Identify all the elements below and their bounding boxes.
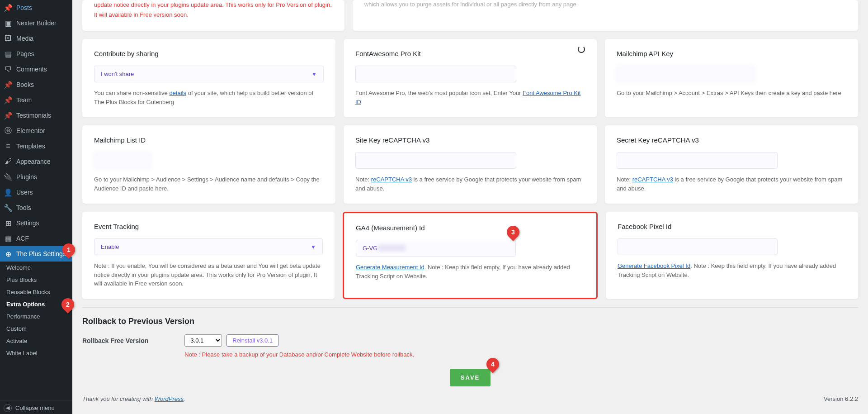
sidebar-item-comments[interactable]: 🗨Comments (0, 62, 72, 77)
sidebar-item-testimonials[interactable]: 📌Testimonials (0, 108, 72, 123)
partial-left-text: update notice directly in your plugins u… (94, 0, 333, 20)
rollback-note: Note : Please take a backup of your Data… (184, 351, 414, 358)
sidebar-item-media[interactable]: 🖾Media (0, 31, 72, 46)
sidebar-item-tools[interactable]: 🔧Tools (0, 200, 72, 215)
fbpixel-help: Generate Facebook Pixel Id. Note : Keep … (618, 262, 846, 279)
mailchimp-key-help: Go to your Mailchimp > Account > Extras … (617, 89, 846, 98)
card-recaptcha-site: Site Key reCAPTCHA v3 Note: reCAPTCHA v3… (344, 125, 597, 204)
sidebar-item-books[interactable]: 📌Books (0, 77, 72, 92)
generate-measurement-id-link[interactable]: Generate Measurement Id (356, 264, 425, 271)
sidebar-item-nexter[interactable]: ▣Nexter Builder (0, 15, 72, 31)
plus-settings-submenu: Welcome Plus Blocks Reusable Blocks Extr… (0, 262, 72, 359)
details-link[interactable]: details (169, 90, 186, 96)
sidebar-item-posts[interactable]: 📌Posts (0, 0, 72, 15)
mailchimp-list-title: Mailchimp List ID (94, 136, 324, 144)
chevron-down-icon: ▼ (311, 244, 316, 250)
recaptcha-v3-link-2[interactable]: reCAPTCHA v3 (632, 176, 673, 183)
card-ga4: 3 GA4 (Measurement) Id G-VG Generate Mea… (343, 212, 598, 299)
recaptcha-secret-input[interactable] (617, 152, 778, 169)
submenu-reusable-blocks[interactable]: Reusable Blocks (0, 286, 72, 298)
sidebar-item-acf[interactable]: ▦ACF (0, 231, 72, 246)
sidebar-item-team[interactable]: 📌Team (0, 92, 72, 108)
chevron-down-icon: ▼ (311, 71, 317, 77)
main-content: update notice directly in your plugins u… (72, 0, 868, 414)
recaptcha-secret-title: Secret Key reCAPTCHA v3 (617, 136, 846, 144)
mailchimp-key-input[interactable] (617, 66, 755, 82)
contribute-title: Contribute by sharing (94, 50, 324, 57)
rollback-row: Rollback Free Version 3.0.1 Reinstall v3… (82, 334, 858, 358)
recaptcha-v3-link[interactable]: reCAPTCHA v3 (371, 176, 412, 183)
card-fontawesome: FontAwesome Pro Kit Font Awesome Pro, th… (344, 39, 597, 117)
wrench-icon: 🔧 (4, 203, 13, 212)
submenu-extra-options[interactable]: Extra Options 2 (0, 298, 72, 310)
mailchimp-key-title: Mailchimp API Key (617, 50, 846, 57)
card-event-tracking: Event Tracking Enable ▼ Note : If you en… (82, 212, 335, 299)
reinstall-button[interactable]: Reinstall v3.0.1 (226, 334, 278, 347)
event-tracking-title: Event Tracking (94, 223, 323, 230)
sidebar-item-appearance[interactable]: 🖌Appearance (0, 154, 72, 169)
pin-icon: 📌 (4, 80, 13, 89)
recaptcha-site-title: Site Key reCAPTCHA v3 (355, 136, 585, 144)
wordpress-link[interactable]: WordPress (155, 395, 184, 402)
pin-icon: 📌 (4, 3, 13, 12)
rollback-section-title: Rollback to Previous Version (82, 317, 858, 326)
sidebar-item-plus-settings[interactable]: ⊕The Plus Settings 1 (0, 246, 72, 262)
sidebar-item-settings[interactable]: ⊞Settings (0, 215, 72, 231)
sidebar-item-templates[interactable]: ≡Templates (0, 138, 72, 154)
card-mailchimp-list: Mailchimp List ID Go to your Mailchimp >… (82, 125, 335, 204)
user-icon: 👤 (4, 188, 13, 197)
contribute-help: You can share non-sensitive details of y… (94, 89, 324, 106)
card-contribute: Contribute by sharing I won't share ▼ Yo… (82, 39, 335, 117)
fontawesome-help: Font Awesome Pro, the web's most popular… (355, 89, 585, 106)
recaptcha-secret-help: Note: reCAPTCHA v3 is a free service by … (617, 175, 846, 193)
sidebar-item-pages[interactable]: ▤Pages (0, 46, 72, 62)
comments-icon: 🗨 (4, 65, 13, 74)
fbpixel-title: Facebook Pixel Id (618, 223, 846, 230)
save-button[interactable]: SAVE (450, 369, 491, 386)
pages-icon: ▤ (4, 49, 13, 58)
submenu-white-label[interactable]: White Label (0, 347, 72, 359)
card-partial-right: which allows you to purge assets for ind… (353, 0, 858, 31)
brush-icon: 🖌 (4, 157, 13, 166)
fontawesome-title: FontAwesome Pro Kit (355, 50, 585, 57)
sidebar-item-elementor[interactable]: ⓔElementor (0, 123, 72, 138)
rollback-label: Rollback Free Version (82, 334, 148, 344)
submenu-welcome[interactable]: Welcome (0, 262, 72, 274)
submenu-activate[interactable]: Activate (0, 335, 72, 347)
sidebar-item-plugins[interactable]: 🔌Plugins (0, 169, 72, 185)
acf-icon: ▦ (4, 234, 13, 243)
settings-icon: ⊞ (4, 219, 13, 228)
footer-version: Version 6.2.2 (824, 395, 858, 402)
event-tracking-help: Note : If you enable, You will be consid… (94, 262, 323, 288)
admin-sidebar: 📌Posts ▣Nexter Builder 🖾Media ▤Pages 🗨Co… (0, 0, 72, 414)
fontawesome-input[interactable] (355, 66, 516, 82)
templates-icon: ≡ (4, 142, 13, 151)
builder-icon: ▣ (4, 19, 13, 28)
recaptcha-site-help: Note: reCAPTCHA v3 is a free service by … (355, 175, 585, 193)
mailchimp-list-input[interactable] (94, 152, 151, 169)
elementor-icon: ⓔ (4, 126, 13, 135)
contribute-select[interactable]: I won't share ▼ (94, 66, 324, 82)
sidebar-item-users[interactable]: 👤Users (0, 185, 72, 200)
collapse-icon: ◀ (4, 404, 12, 412)
generate-fbpixel-link[interactable]: Generate Facebook Pixel Id (618, 262, 690, 269)
pin-icon: 📌 (4, 111, 13, 120)
recaptcha-site-input[interactable] (355, 152, 516, 169)
mailchimp-list-help: Go to your Mailchimp > Audience > Settin… (94, 175, 324, 193)
footer-thanks: Thank you for creating with WordPress. (82, 395, 185, 402)
event-tracking-select[interactable]: Enable ▼ (94, 238, 323, 255)
card-mailchimp-key: Mailchimp API Key Go to your Mailchimp >… (605, 39, 858, 117)
pin-icon: 📌 (4, 95, 13, 105)
collapse-menu[interactable]: ◀Collapse menu (0, 400, 72, 414)
submenu-performance[interactable]: Performance (0, 310, 72, 323)
plus-icon: ⊕ (4, 249, 13, 258)
plugins-icon: 🔌 (4, 172, 13, 181)
rollback-version-select[interactable]: 3.0.1 (184, 334, 222, 347)
submenu-custom[interactable]: Custom (0, 323, 72, 335)
media-icon: 🖾 (4, 34, 13, 43)
fbpixel-input[interactable] (618, 238, 778, 255)
card-fbpixel: Facebook Pixel Id Generate Facebook Pixe… (606, 212, 858, 299)
submenu-plus-blocks[interactable]: Plus Blocks (0, 274, 72, 286)
footer: Thank you for creating with WordPress. V… (82, 395, 858, 402)
ga4-input[interactable]: G-VG (356, 240, 516, 257)
